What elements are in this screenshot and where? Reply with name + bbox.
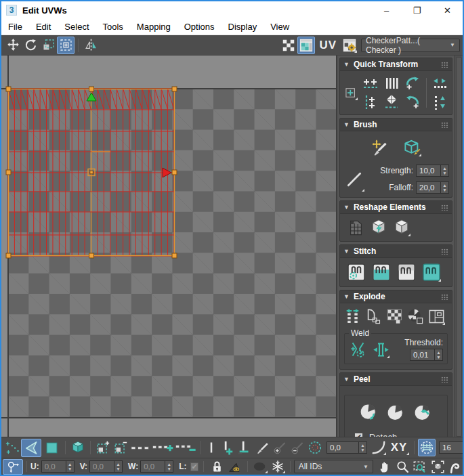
soft-selection-spinner[interactable]: 0,0▲▼	[326, 441, 367, 454]
edge-ring-grow-icon[interactable]	[218, 439, 236, 456]
rotate-cw-icon[interactable]	[402, 93, 423, 111]
falloff-value[interactable]: 20,0	[416, 181, 440, 194]
material-id-dropdown[interactable]: All IDs ▼	[294, 460, 373, 473]
paintbrush-select-icon[interactable]	[253, 439, 271, 456]
falloff-shape-icon[interactable]	[343, 166, 366, 193]
flatten-custom-icon[interactable]	[427, 307, 446, 326]
detach-checkbox[interactable]: ✔	[354, 433, 363, 437]
brush-size-spinner[interactable]: 16▲▼	[439, 441, 464, 454]
weld-selected-icon[interactable]	[371, 339, 391, 360]
peel-reset-icon[interactable]	[412, 401, 435, 424]
edge-loop-icon[interactable]	[129, 439, 151, 456]
stitch-to-average-icon[interactable]	[396, 261, 417, 283]
element-cube-icon[interactable]	[69, 439, 87, 456]
menu-options[interactable]: Options	[177, 22, 222, 32]
rotate-ccw-icon[interactable]	[402, 74, 423, 92]
threshold-value[interactable]: 0,01	[410, 349, 434, 361]
threshold-spinner[interactable]: 0,01▲▼	[410, 349, 443, 361]
strength-value[interactable]: 10,0	[416, 165, 440, 177]
spinner-arrows-icon[interactable]: ▲▼	[114, 460, 123, 473]
minimize-button[interactable]: –	[371, 1, 402, 19]
stitch-to-target-icon[interactable]	[345, 261, 367, 283]
zoom-to-gizmo-icon[interactable]	[446, 459, 461, 475]
spinner-arrows-icon[interactable]: ▲▼	[440, 181, 449, 194]
flatten-by-smoothing-icon[interactable]	[364, 307, 383, 326]
polygon-mode-icon[interactable]	[41, 439, 62, 456]
spinner-arrows-icon[interactable]: ▲▼	[66, 460, 75, 473]
menu-edit[interactable]: Edit	[29, 22, 58, 32]
menu-tools[interactable]: Tools	[96, 22, 130, 32]
zoom-region-icon[interactable]	[411, 459, 429, 475]
paint-select-subtract-icon[interactable]	[289, 439, 306, 456]
break-icon[interactable]	[343, 307, 362, 326]
w-value[interactable]: 0,0	[140, 460, 165, 473]
straighten-icon[interactable]	[345, 217, 366, 238]
move-icon[interactable]	[4, 37, 22, 54]
falloff-spinner[interactable]: 20,0▲▼	[416, 181, 449, 194]
space-vertical-icon[interactable]	[382, 74, 401, 92]
lock-aspect-checkbox[interactable]: ✔	[190, 462, 198, 471]
spinner-arrows-icon[interactable]: ▲▼	[358, 441, 367, 454]
menu-view[interactable]: View	[263, 22, 296, 32]
v-spinner[interactable]: 0,0▲▼	[89, 460, 123, 473]
panel-quick-transform-header[interactable]: ▼ Quick Transform	[340, 58, 452, 71]
checker-gear-icon[interactable]	[341, 37, 358, 54]
strength-spinner[interactable]: 10,0▲▼	[416, 165, 449, 177]
align-element-icon[interactable]	[382, 93, 401, 111]
edge-mode-icon[interactable]	[21, 439, 41, 457]
stitch-to-source-icon[interactable]	[371, 261, 392, 283]
freeform-mode-icon[interactable]	[57, 37, 75, 54]
panel-stitch-header[interactable]: ▼ Stitch	[340, 245, 452, 258]
brush-size-value[interactable]: 16	[439, 441, 463, 454]
menu-file[interactable]: File	[1, 22, 29, 32]
title-bar[interactable]: 3 Edit UVWs – ❐ ✕	[1, 1, 463, 19]
panel-peel-header[interactable]: ▼ Peel	[340, 373, 452, 386]
align-vertical-icon[interactable]	[360, 93, 381, 111]
falloff-curve-icon[interactable]	[370, 439, 387, 456]
edge-loop-grow-icon[interactable]	[151, 439, 174, 456]
panel-brush-header[interactable]: ▼ Brush	[340, 118, 452, 131]
paint-select-add-icon[interactable]	[271, 439, 289, 456]
flatten-mapping-icon[interactable]	[406, 307, 425, 326]
weld-target-icon[interactable]	[347, 339, 368, 360]
panel-reshape-header[interactable]: ▼ Reshape Elements	[340, 201, 452, 214]
zoom-extents-icon[interactable]	[429, 459, 446, 475]
v-value[interactable]: 0,0	[89, 460, 114, 473]
u-value[interactable]: 0,0	[41, 460, 66, 473]
uv-editor-canvas[interactable]	[1, 56, 337, 437]
uv-mesh[interactable]	[8, 89, 175, 257]
peel-mode-icon[interactable]	[385, 401, 408, 424]
checker-active-icon[interactable]	[297, 37, 315, 54]
texture-dropdown[interactable]: CheckerPatt...( Checker ) ▼	[361, 39, 460, 52]
spinner-arrows-icon[interactable]: ▲▼	[165, 460, 173, 473]
pan-icon[interactable]	[376, 459, 394, 475]
w-spinner[interactable]: 0,0▲▼	[140, 460, 173, 473]
panel-scrollbar[interactable]	[454, 56, 463, 437]
relax-icon[interactable]	[392, 217, 412, 238]
distribute-vertical-icon[interactable]	[430, 93, 449, 111]
soft-selection-icon[interactable]	[306, 439, 324, 456]
paint-soft-selection-icon[interactable]	[418, 439, 436, 456]
menu-display[interactable]: Display	[222, 22, 264, 32]
checker-icon[interactable]	[280, 37, 297, 54]
freeze-icon[interactable]	[269, 459, 287, 475]
flatten-by-material-icon[interactable]	[385, 307, 404, 326]
quick-peel-icon[interactable]	[358, 401, 381, 424]
edge-ring-base-icon[interactable]	[236, 439, 253, 456]
soft-selection-value[interactable]: 0,0	[326, 441, 358, 454]
absolute-offset-mode-icon[interactable]	[3, 459, 23, 475]
vertex-mode-icon[interactable]	[3, 439, 21, 456]
paint-move-brush-icon[interactable]	[370, 137, 390, 158]
lock-selection-icon[interactable]	[209, 459, 226, 475]
space-horizontal-icon[interactable]	[430, 74, 449, 92]
menu-mapping[interactable]: Mapping	[130, 22, 177, 32]
zoom-icon[interactable]	[394, 459, 411, 475]
relax-brush-icon[interactable]	[402, 137, 423, 158]
spinner-arrows-icon[interactable]: ▲▼	[434, 349, 443, 361]
rotate-icon[interactable]	[22, 37, 39, 54]
maximize-button[interactable]: ❐	[402, 1, 432, 19]
box-plus-icon[interactable]	[343, 84, 359, 102]
panel-explode-header[interactable]: ▼ Explode	[340, 290, 452, 303]
relax-until-flat-icon[interactable]	[368, 217, 389, 238]
close-button[interactable]: ✕	[432, 1, 463, 19]
